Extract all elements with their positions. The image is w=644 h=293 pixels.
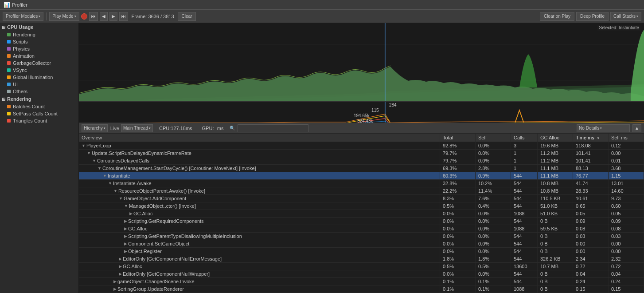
header-self[interactable]: Self — [476, 134, 511, 142]
sidebar-rendering-item-setpass-calls-count[interactable]: SetPass Calls Count — [0, 110, 78, 117]
header-overview[interactable]: Overview — [79, 134, 440, 142]
next-frame-button[interactable]: ▶ — [109, 12, 117, 21]
row-self: 2.8% — [476, 165, 511, 172]
sidebar-item-label: VSync — [13, 67, 27, 73]
header-calls[interactable]: Calls — [511, 134, 538, 142]
record-button[interactable] — [81, 13, 87, 20]
sidebar-item-physics[interactable]: Physics — [0, 45, 78, 52]
row-name-text: GC.Alloc — [123, 264, 142, 269]
header-selfms[interactable]: Self ms — [609, 134, 644, 142]
table-row[interactable]: ▶ GC.Alloc 0.0% 0.0% 1088 59.5 KB 0.08 0… — [79, 225, 644, 233]
table-row[interactable]: ▼ PlayerLoop 92.8% 0.0% 3 19.6 MB 118.08… — [79, 142, 644, 150]
table-row[interactable]: ▶ GC.Alloc 0.0% 0.0% 1088 51.0 KB 0.05 0… — [79, 210, 644, 218]
cpu-chart-area[interactable]: Selected: Instantiate 66ms (15FPS) 33ms … — [79, 23, 644, 102]
no-details-dropdown[interactable]: No Details ▾ — [577, 124, 630, 132]
expand-arrow[interactable]: ▼ — [113, 189, 117, 193]
prev-frame-start-button[interactable]: ⏮ — [89, 12, 98, 21]
header-total[interactable]: Total — [440, 134, 476, 142]
hierarchy-dropdown[interactable]: Hierarchy ▾ — [82, 124, 108, 132]
next-frame-end-button[interactable]: ⏭ — [119, 12, 128, 21]
sidebar-item-global-illumination[interactable]: Global Illumination — [0, 74, 78, 81]
search-input[interactable] — [238, 124, 308, 132]
expand-arrow[interactable]: ▼ — [92, 158, 96, 163]
expand-arrow[interactable]: ▶ — [124, 219, 127, 223]
table-row[interactable]: ▶ Scripting.GetParentTypeDisallowingMult… — [79, 233, 644, 240]
sidebar-item-others[interactable]: Others — [0, 88, 78, 95]
row-timems: 0.03 — [573, 233, 609, 240]
sidebar-item-ui[interactable]: UI — [0, 81, 78, 88]
sidebar-item-scripts[interactable]: Scripts — [0, 38, 78, 45]
expand-arrow[interactable]: ▶ — [124, 249, 127, 253]
render-chart-area[interactable]: 284 115 194.65k 324.43k — [79, 102, 644, 123]
profiler-table[interactable]: Overview Total Self Calls GC Alloc — [79, 134, 644, 293]
row-self: 0.0% — [476, 240, 511, 247]
expand-arrow[interactable]: ▶ — [119, 264, 122, 269]
expand-arrow[interactable]: ▶ — [113, 279, 117, 284]
sidebar-item-garbagecollector[interactable]: GarbageCollector — [0, 59, 78, 67]
expand-arrow[interactable]: ▼ — [124, 204, 128, 208]
row-self: 0.1% — [476, 278, 511, 285]
expand-arrow[interactable]: ▶ — [119, 272, 122, 276]
collapse-button[interactable]: ▲ — [632, 124, 641, 132]
table-row[interactable]: ▼ GameObject.AddComponent 8.3% 7.6% 544 … — [79, 195, 644, 202]
expand-arrow[interactable]: ▼ — [108, 181, 112, 186]
call-stacks-dropdown[interactable]: Call Stacks ▾ — [610, 12, 641, 21]
table-row[interactable]: ▶ SortingGroup.UpdateRenderer 0.1% 0.1% … — [79, 285, 644, 293]
table-row[interactable]: ▶ EditorOnly [GetComponentNullWrapper] 0… — [79, 270, 644, 278]
row-timems: 2.34 — [573, 255, 609, 262]
table-row[interactable]: ▼ CoroutineManagement.StartDayCycle() [C… — [79, 165, 644, 172]
search-icon: 🔍 — [230, 126, 235, 131]
prev-frame-button[interactable]: ◀ — [100, 12, 108, 21]
expand-arrow[interactable]: ▼ — [119, 196, 123, 201]
sidebar-item-rendering[interactable]: Rendering — [0, 31, 78, 38]
deep-profile-button[interactable]: Deep Profile — [576, 12, 609, 21]
row-gcalloc: 10.7 MB — [538, 263, 573, 270]
cpu-usage-section[interactable]: ⊞ CPU Usage — [0, 23, 78, 31]
sidebar-item-label: Others — [13, 89, 27, 94]
table-row[interactable]: ▶ Scripting.GetRequiredComponents 0.0% 0… — [79, 218, 644, 225]
expand-arrow[interactable]: ▶ — [124, 226, 127, 231]
expand-arrow[interactable]: ▼ — [87, 151, 91, 155]
table-row[interactable]: ▶ Object.Register 0.0% 0.0% 544 0 B 0.00… — [79, 248, 644, 255]
table-row[interactable]: ▼ Instantiate.Awake 32.8% 10.2% 544 10.8… — [79, 180, 644, 187]
expand-arrow[interactable]: ▶ — [124, 234, 127, 238]
title-bar: 📊 Profiler — [0, 0, 644, 10]
table-row[interactable]: ▼ CoroutinesDelayedCalls 79.7% 0.0% 1 11… — [79, 157, 644, 165]
expand-arrow[interactable]: ▶ — [119, 257, 122, 261]
table-row[interactable]: ▶ gameObject.ChangedScene.Invoke 0.1% 0.… — [79, 278, 644, 285]
clear-on-play-button[interactable]: Clear on Play — [540, 12, 574, 21]
header-gcalloc[interactable]: GC Alloc — [538, 134, 573, 142]
sidebar-item-animation[interactable]: Animation — [0, 52, 78, 59]
expand-arrow[interactable]: ▶ — [129, 211, 133, 216]
sidebar-rendering-item-triangles-count[interactable]: Triangles Count — [0, 117, 78, 124]
row-calls: 544 — [511, 187, 538, 194]
row-self: 1.8% — [476, 255, 511, 262]
sidebar-item-vsync[interactable]: VSync — [0, 67, 78, 74]
row-total: 69.3% — [440, 165, 476, 172]
play-mode-dropdown[interactable]: Play Mode ▾ — [49, 12, 79, 21]
chevron-down-icon: ▾ — [74, 15, 76, 18]
table-row[interactable]: ▼ ResourceObjectParent.Awake() [Invoke] … — [79, 187, 644, 195]
row-total: 0.1% — [440, 285, 476, 293]
table-row[interactable]: ▶ EditorOnly [GetComponentNullErrorMessa… — [79, 255, 644, 263]
expand-arrow[interactable]: ▶ — [124, 242, 127, 246]
expand-arrow[interactable]: ▼ — [103, 174, 107, 178]
sidebar-rendering-item-batches-count[interactable]: Batches Count — [0, 103, 78, 110]
table-row[interactable]: ▶ Component.SetGameObject 0.0% 0.0% 544 … — [79, 240, 644, 248]
table-row[interactable]: ▶ GC.Alloc 0.5% 0.5% 13600 10.7 MB 0.72 … — [79, 263, 644, 270]
table-row[interactable]: ▼ ManagedObject..ctor() [Invoke] 0.5% 0.… — [79, 202, 644, 210]
expand-arrow[interactable]: ▼ — [98, 166, 101, 170]
row-name-text: ManagedObject..ctor() [Invoke] — [129, 203, 196, 209]
expand-arrow[interactable]: ▼ — [82, 143, 86, 148]
rendering-section[interactable]: ⊞ Rendering — [0, 95, 78, 103]
clear-button[interactable]: Clear — [178, 12, 196, 21]
profiler-modules-dropdown[interactable]: Profiler Modules ▾ — [3, 12, 43, 21]
table-row[interactable]: ▼ Instantiate 60.3% 0.9% 544 11.1 MB 76.… — [79, 172, 644, 180]
main-thread-dropdown[interactable]: Main Thread ▾ — [121, 124, 153, 132]
expand-arrow[interactable]: ▶ — [113, 287, 117, 291]
table-row[interactable]: ▼ Update.ScriptRunDelayedDynamicFrameRat… — [79, 150, 644, 157]
header-timems[interactable]: Time ms ▼ — [573, 134, 609, 142]
row-name-text: Object.Register — [128, 249, 162, 254]
row-gcalloc: 19.6 MB — [538, 142, 573, 149]
row-name-text: Instantiate.Awake — [113, 181, 152, 186]
